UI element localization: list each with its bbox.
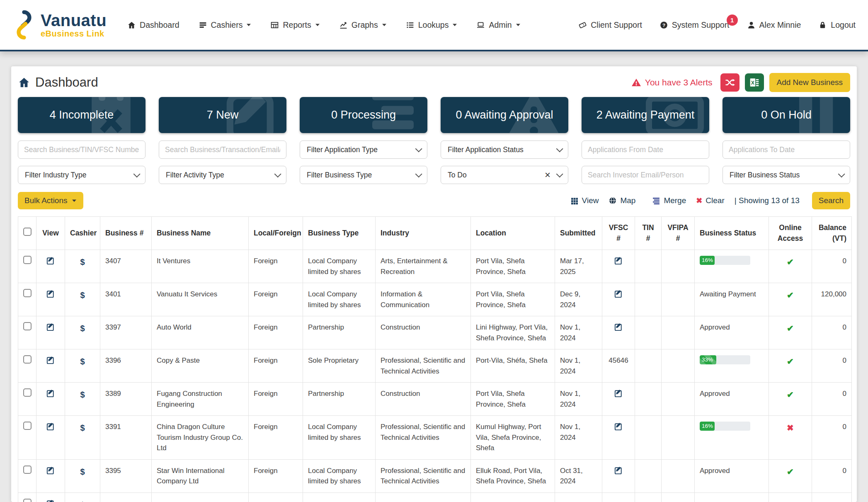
select-all-checkbox[interactable] xyxy=(23,228,32,236)
nav-item-client-support[interactable]: Client Support xyxy=(578,20,642,30)
alerts-link[interactable]: You have 3 Alerts xyxy=(631,78,713,87)
nav-item-label: System Support xyxy=(672,20,730,30)
cashier-dollar-icon[interactable]: $ xyxy=(80,324,85,333)
status-progress-fill: 16% xyxy=(700,256,715,265)
view-edit-icon[interactable] xyxy=(46,256,56,265)
row-checkbox[interactable] xyxy=(23,355,32,364)
cashier-dollar-icon[interactable]: $ xyxy=(80,357,85,366)
filter-application-status-select[interactable]: Filter Application Status xyxy=(441,141,568,159)
view-edit-icon[interactable] xyxy=(46,466,56,475)
cell-select xyxy=(18,383,36,416)
cross-icon: ✖ xyxy=(787,423,794,432)
grid-icon xyxy=(570,196,579,205)
filter-industry-type-select[interactable]: Filter Industry Type xyxy=(18,166,145,184)
cell-business: 3407 xyxy=(100,250,152,283)
view-toggle[interactable]: View xyxy=(570,196,599,205)
status-card-4-incomplete[interactable]: 4 Incomplete xyxy=(18,97,145,133)
map-toggle[interactable]: Map xyxy=(609,196,635,205)
status-progress-bar: 16% xyxy=(700,256,750,265)
cashier-dollar-icon[interactable]: $ xyxy=(80,390,85,399)
cashier-dollar-icon[interactable]: $ xyxy=(80,467,85,476)
col-header-business-type: Business Type xyxy=(303,217,376,250)
status-card-0-awaiting-approval[interactable]: 0 Awaiting Approval xyxy=(441,97,568,133)
cell-partial xyxy=(100,492,152,502)
cell-business: 3397 xyxy=(100,316,152,349)
vfsc-edit-icon[interactable] xyxy=(614,256,623,265)
applications-to-date-input[interactable] xyxy=(723,141,850,159)
col-header-cashier: Cashier xyxy=(65,217,100,250)
view-edit-icon[interactable] xyxy=(46,289,56,298)
filter-activity-type-select[interactable]: Filter Activity Type xyxy=(159,166,286,184)
add-new-business-button[interactable]: Add New Business xyxy=(769,73,850,92)
help-icon: ? xyxy=(659,21,668,29)
vfsc-edit-icon[interactable] xyxy=(614,422,623,431)
view-edit-icon[interactable] xyxy=(46,355,56,365)
search-business-transaction-email-person-input[interactable] xyxy=(159,141,286,159)
search-button[interactable]: Search xyxy=(812,192,850,209)
status-card-7-new[interactable]: 7 New xyxy=(159,97,286,133)
search-investor-email-person-input[interactable] xyxy=(582,166,709,184)
filter-business-type-select[interactable]: Filter Business Type xyxy=(300,166,427,184)
cell-business-type: Local Company limited by shares xyxy=(303,416,376,460)
cell-text: Foreign xyxy=(254,423,278,431)
check-icon: ✔ xyxy=(787,291,794,300)
cell-vfipa xyxy=(662,283,695,316)
view-edit-icon[interactable] xyxy=(46,422,56,431)
filter-application-type-select[interactable]: Filter Application Type xyxy=(300,141,427,159)
row-checkbox[interactable] xyxy=(23,322,32,330)
view-edit-icon[interactable] xyxy=(46,499,56,502)
status-card-0-on-hold[interactable]: 0 On Hold xyxy=(723,97,850,133)
cashier-dollar-icon[interactable]: $ xyxy=(80,423,85,432)
cashier-dollar-icon[interactable]: $ xyxy=(80,257,85,267)
nav-item-dashboard[interactable]: Dashboard xyxy=(127,20,179,30)
nav-item-reports[interactable]: Reports xyxy=(270,20,320,30)
cashier-dollar-icon[interactable]: $ xyxy=(80,291,85,300)
vfsc-edit-icon[interactable] xyxy=(614,388,623,398)
filter-business-status-select[interactable]: Filter Business Status xyxy=(723,166,850,184)
cell-partial xyxy=(18,492,36,502)
nav-right: Client Support?System Support1Alex Minni… xyxy=(578,20,856,30)
row-checkbox[interactable] xyxy=(23,256,32,264)
clear-button[interactable]: ✖ Clear xyxy=(696,196,725,205)
cell-industry: Construction xyxy=(376,383,471,416)
nav-item-lookups[interactable]: Lookups xyxy=(406,20,458,30)
caret-down-icon xyxy=(72,199,77,202)
view-edit-icon[interactable] xyxy=(46,322,56,332)
cell-text: 3389 xyxy=(105,390,121,398)
row-checkbox[interactable] xyxy=(23,466,32,474)
search-business-tin-vfsc-number-input[interactable] xyxy=(18,141,145,159)
status-card-2-awaiting-payment[interactable]: 2 Awaiting Payment xyxy=(582,97,709,133)
vfsc-edit-icon[interactable] xyxy=(614,322,623,332)
nav-item-logout[interactable]: Logout xyxy=(818,20,856,30)
cell-submitted: Mar 17, 2025 xyxy=(555,250,602,283)
export-excel-button[interactable]: X xyxy=(745,73,764,92)
cell-text: Oct 31, 2024 xyxy=(560,467,583,485)
to-do-select[interactable]: To Do× xyxy=(441,166,568,184)
shuffle-button[interactable] xyxy=(720,73,739,92)
applications-from-date-input[interactable] xyxy=(582,141,709,159)
nav-item-system-support[interactable]: ?System Support1 xyxy=(659,20,730,30)
nav-item-admin[interactable]: Admin xyxy=(476,20,520,30)
cell-submitted: Nov 1, 2024 xyxy=(555,349,602,383)
ticket-icon xyxy=(578,21,587,29)
vfsc-edit-icon[interactable] xyxy=(614,466,623,475)
row-checkbox[interactable] xyxy=(23,499,32,502)
vfsc-edit-icon[interactable] xyxy=(614,289,623,298)
bulk-actions-button[interactable]: Bulk Actions xyxy=(18,192,83,209)
cell-text: Dec 9, 2024 xyxy=(560,290,580,309)
row-checkbox[interactable] xyxy=(23,422,32,430)
brand-tagline: eBusiness Link xyxy=(41,29,107,39)
cashier-dollar-icon[interactable]: $ xyxy=(80,500,85,502)
brand-logo-link[interactable]: Vanuatu eBusiness Link xyxy=(12,9,107,41)
cell-business-type: Partnership xyxy=(303,383,376,416)
status-card-0-processing[interactable]: 0 Processing xyxy=(300,97,427,133)
nav-item-graphs[interactable]: Graphs xyxy=(339,20,387,30)
nav-item-cashiers[interactable]: Cashiers xyxy=(199,20,252,30)
view-edit-icon[interactable] xyxy=(46,388,56,398)
cell-business: 3391 xyxy=(100,416,152,460)
merge-button[interactable]: Merge xyxy=(652,196,686,205)
clear-selection-icon[interactable]: × xyxy=(545,170,550,180)
row-checkbox[interactable] xyxy=(23,388,32,397)
row-checkbox[interactable] xyxy=(23,289,32,297)
nav-item-alex-minnie[interactable]: Alex Minnie xyxy=(747,20,801,30)
